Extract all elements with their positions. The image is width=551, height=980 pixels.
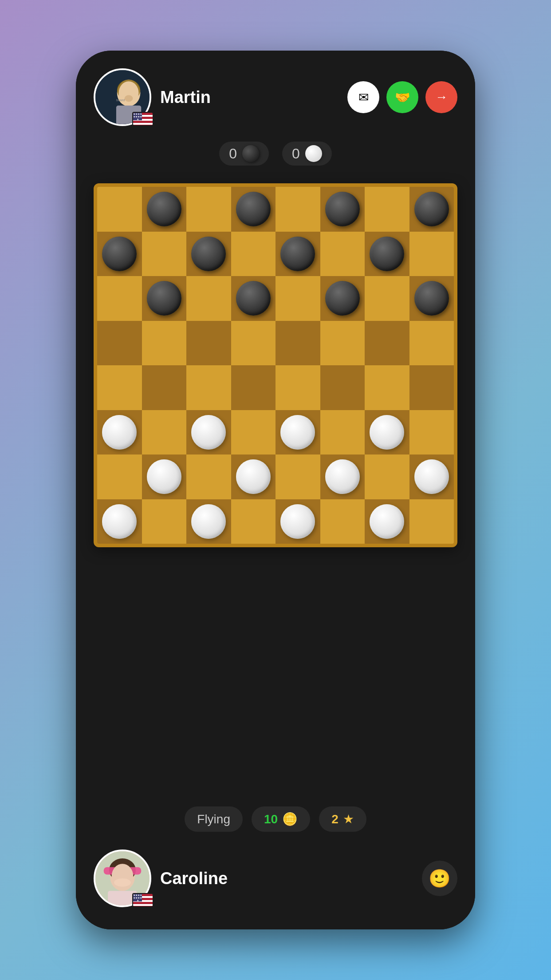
piece-white-5-4[interactable] [280,415,315,450]
cell-3-7[interactable] [409,321,454,366]
cell-3-0[interactable] [97,321,142,366]
cell-2-5[interactable] [320,276,365,321]
piece-black-1-6[interactable] [370,237,404,271]
piece-white-7-0[interactable] [102,504,137,539]
cell-6-2[interactable] [186,454,231,499]
coins-badge: 10 🪙 [252,806,310,832]
cell-5-6[interactable] [365,410,409,455]
cell-1-0[interactable] [97,232,142,277]
cell-2-6[interactable] [365,276,409,321]
cell-0-5[interactable] [320,187,365,232]
cell-2-2[interactable] [186,276,231,321]
cell-0-7[interactable] [409,187,454,232]
cell-7-3[interactable] [231,499,276,544]
piece-white-6-5[interactable] [325,459,360,494]
cell-7-4[interactable] [276,499,320,544]
piece-black-2-5[interactable] [325,281,360,316]
checkerboard[interactable] [94,183,457,547]
cell-4-4[interactable] [276,365,320,410]
cell-1-3[interactable] [231,232,276,277]
cell-6-3[interactable] [231,454,276,499]
piece-white-6-3[interactable] [236,459,271,494]
cell-7-5[interactable] [320,499,365,544]
cell-1-4[interactable] [276,232,320,277]
piece-black-2-3[interactable] [236,281,271,316]
mode-label: Flying [197,812,230,826]
cell-4-6[interactable] [365,365,409,410]
exit-button[interactable]: → [425,81,457,113]
cell-3-3[interactable] [231,321,276,366]
cell-2-7[interactable] [409,276,454,321]
cell-5-0[interactable] [97,410,142,455]
cell-0-2[interactable] [186,187,231,232]
cell-0-4[interactable] [276,187,320,232]
cell-1-2[interactable] [186,232,231,277]
stars-badge: 2 ★ [319,806,366,832]
cell-5-3[interactable] [231,410,276,455]
piece-white-5-6[interactable] [370,415,404,450]
cell-6-4[interactable] [276,454,320,499]
piece-white-6-7[interactable] [414,459,449,494]
cell-7-2[interactable] [186,499,231,544]
piece-white-6-1[interactable] [147,459,181,494]
cell-5-5[interactable] [320,410,365,455]
cell-5-7[interactable] [409,410,454,455]
cell-5-1[interactable] [142,410,187,455]
cell-7-7[interactable] [409,499,454,544]
top-player-flag: ★★★ ★★★ ★★★ [132,112,153,126]
cell-6-1[interactable] [142,454,187,499]
piece-black-1-2[interactable] [191,237,226,271]
piece-black-2-1[interactable] [147,281,181,316]
cell-1-5[interactable] [320,232,365,277]
cell-4-2[interactable] [186,365,231,410]
cell-5-4[interactable] [276,410,320,455]
piece-black-0-5[interactable] [325,192,360,226]
cell-1-6[interactable] [365,232,409,277]
cell-3-2[interactable] [186,321,231,366]
cell-0-0[interactable] [97,187,142,232]
cell-4-0[interactable] [97,365,142,410]
cell-2-1[interactable] [142,276,187,321]
piece-black-2-7[interactable] [414,281,449,316]
cell-2-4[interactable] [276,276,320,321]
cell-3-6[interactable] [365,321,409,366]
coins-count: 10 [264,812,278,826]
cell-7-6[interactable] [365,499,409,544]
cell-3-1[interactable] [142,321,187,366]
cell-6-6[interactable] [365,454,409,499]
cell-3-5[interactable] [320,321,365,366]
mail-button[interactable]: ✉ [347,81,379,113]
piece-black-0-1[interactable] [147,192,181,226]
top-player-info: beard ★★★ ★★★ [94,68,211,126]
cell-2-0[interactable] [97,276,142,321]
cell-0-6[interactable] [365,187,409,232]
cell-0-1[interactable] [142,187,187,232]
cell-5-2[interactable] [186,410,231,455]
cell-7-0[interactable] [97,499,142,544]
cell-7-1[interactable] [142,499,187,544]
piece-black-0-7[interactable] [414,192,449,226]
emoji-button[interactable]: 🙂 [422,861,457,896]
piece-white-7-2[interactable] [191,504,226,539]
cell-0-3[interactable] [231,187,276,232]
cell-3-4[interactable] [276,321,320,366]
cell-2-3[interactable] [231,276,276,321]
cell-1-1[interactable] [142,232,187,277]
piece-white-5-0[interactable] [102,415,137,450]
piece-black-0-3[interactable] [236,192,271,226]
piece-black-1-4[interactable] [280,237,315,271]
piece-white-5-2[interactable] [191,415,226,450]
cell-4-1[interactable] [142,365,187,410]
score-row: 0 0 [76,135,475,174]
cell-1-7[interactable] [409,232,454,277]
piece-white-7-4[interactable] [280,504,315,539]
handshake-button[interactable]: 🤝 [386,81,418,113]
cell-6-0[interactable] [97,454,142,499]
cell-6-7[interactable] [409,454,454,499]
piece-white-7-6[interactable] [370,504,404,539]
cell-6-5[interactable] [320,454,365,499]
piece-black-1-0[interactable] [102,237,137,271]
cell-4-3[interactable] [231,365,276,410]
cell-4-5[interactable] [320,365,365,410]
cell-4-7[interactable] [409,365,454,410]
